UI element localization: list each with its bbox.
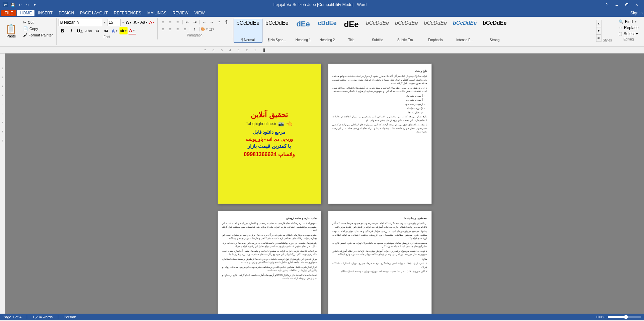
align-left-button[interactable]: ≡ (160, 26, 166, 32)
borders-button[interactable]: □▼ (209, 26, 215, 32)
ad-arrow-icon: 👈 (286, 121, 293, 127)
page4-para1: در پایان این پژوهش می‌توان نتیجه گرفت که… (332, 222, 427, 229)
decrease-indent-button[interactable]: ⇤ (184, 19, 191, 25)
font-size-input[interactable] (107, 19, 120, 26)
references-menu[interactable]: REFERENCES (111, 10, 144, 16)
pages-container: تحقیق آنلاین Tahghighonline.ir 📷 👈 مرجع … (218, 64, 432, 304)
page2-list2: • آزمون فرضیه دوم (332, 98, 427, 102)
cut-button[interactable]: ✂ Cut (21, 19, 55, 25)
superscript-button[interactable]: x2 (102, 27, 110, 34)
page-3[interactable]: مبانی نظری و پیشینه پژوهش مفهوم لجاجت در… (218, 211, 321, 314)
ad-content: تحقیق آنلاین Tahghighonline.ir 📷 👈 مرجع … (218, 64, 321, 204)
show-marks-button[interactable]: ¶ (223, 19, 230, 25)
paste-icon: 📋 (5, 25, 17, 34)
help-button[interactable]: ? (602, 1, 611, 8)
replace-button[interactable]: ↔ Replace (617, 25, 641, 31)
decrease-font-button[interactable]: A▼ (133, 19, 140, 26)
paste-button[interactable]: 📋 Paste (3, 19, 20, 44)
style-subtle-em[interactable]: bCcDdEe Subtle Em... (392, 19, 421, 43)
center-button[interactable]: ≡ (167, 26, 174, 32)
increase-indent-button[interactable]: ⇥ (191, 19, 198, 25)
line-spacing-button[interactable]: ↕ (191, 26, 198, 32)
page-4[interactable]: نتیجه‌گیری و پیشنهادها در پایان این پژوه… (328, 211, 432, 314)
style-heading2[interactable]: cDdEe Heading 2 (315, 19, 340, 43)
style-title-preview: dEe (344, 20, 359, 29)
highlight-button[interactable]: ab▼ (119, 27, 128, 34)
copy-button[interactable]: 📄 Copy (21, 26, 55, 32)
redo-button[interactable]: ↪ (24, 1, 31, 8)
review-menu[interactable]: REVIEW (170, 10, 191, 16)
undo-button[interactable]: ↩ (17, 1, 23, 8)
page-layout-menu[interactable]: PAGE LAYOUT (77, 10, 110, 16)
bullets-button[interactable]: ≡ (160, 19, 166, 25)
customize-qa-button[interactable]: ▼ (31, 1, 38, 8)
underline-button[interactable]: U▼ (76, 27, 84, 34)
style-strong[interactable]: bCcDdEe Strong (480, 19, 509, 43)
justify-button[interactable]: ≡ (182, 26, 188, 32)
subscript-button[interactable]: x2 (93, 27, 101, 34)
strikethrough-button[interactable]: abc (85, 27, 93, 34)
home-menu[interactable]: HOME (17, 10, 34, 16)
design-menu[interactable]: DESIGN (56, 10, 77, 16)
multilevel-button[interactable]: ≡ (174, 19, 181, 25)
style-no-spacing[interactable]: bCcDdEe ¶ No Spac... (262, 19, 291, 43)
insert-menu[interactable]: INSERT (35, 10, 55, 16)
zoom-handle[interactable] (624, 315, 628, 319)
gallery-scroll-down[interactable]: ▼ (596, 27, 601, 34)
document-canvas[interactable]: تحقیق آنلاین Tahghighonline.ir 📷 👈 مرجع … (5, 54, 644, 314)
page-2[interactable]: نتایج و بحث فرایند دیالوگی پیش از اینکه … (328, 64, 432, 204)
view-menu[interactable]: VIEW (192, 10, 208, 16)
style-intense-em-preview: bCcDdEe (453, 20, 477, 26)
minimize-button[interactable]: 🗕 (612, 1, 621, 8)
ruler-tab-stop[interactable] (263, 48, 265, 52)
ad-formats-text: ورد-پی دی اف - پاورپوینت (246, 137, 293, 142)
style-intense-em[interactable]: bCcDdEe Intense E... (450, 19, 480, 43)
style-subtitle[interactable]: bCcDdEe Subtitle (363, 19, 392, 43)
horizontal-ruler: 7 6 5 4 3 2 1 (0, 47, 644, 54)
font-size-dropdown[interactable]: ▼ (122, 21, 125, 24)
select-button[interactable]: ⬚ Select ▾ (617, 31, 641, 37)
file-menu[interactable]: FILE (1, 10, 16, 16)
style-title[interactable]: dEe Title (340, 19, 363, 43)
find-dropdown[interactable]: ▼ (634, 20, 637, 23)
page3-para4: در ادبیات کلاسیک فارسی نیز به کرات به مض… (222, 249, 317, 256)
maximize-button[interactable]: 🗗 (622, 1, 631, 8)
numbering-button[interactable]: ≡ (167, 19, 174, 25)
font-color-button[interactable]: A▼ (128, 27, 136, 34)
italic-button[interactable]: I (67, 27, 75, 34)
bold-button[interactable]: B (59, 27, 67, 34)
style-heading1[interactable]: dEe Heading 1 (292, 19, 315, 43)
font-name-dropdown[interactable]: ▼ (103, 21, 106, 24)
shading-button[interactable]: 🎨▼ (201, 26, 208, 32)
style-emphasis[interactable]: bCcDdEe Emphasis (421, 19, 450, 43)
format-painter-button[interactable]: 🖌 Format Painter (21, 32, 55, 38)
change-case-button[interactable]: Aa▼ (141, 19, 148, 26)
save-button[interactable]: 💾 (9, 1, 16, 8)
clear-format-button[interactable]: A✕ (149, 19, 155, 26)
mailings-menu[interactable]: MAILINGS (145, 10, 169, 16)
zoom-slider[interactable] (608, 316, 641, 318)
ltr-button[interactable]: ← (201, 19, 208, 25)
font-name-input[interactable] (59, 19, 102, 26)
increase-font-button[interactable]: A▲ (126, 19, 132, 26)
sort-button[interactable]: ↕ (216, 19, 223, 25)
sign-in-button[interactable]: Sign in (630, 11, 643, 15)
language-indicator: Persian (64, 315, 76, 319)
rtl-button[interactable]: → (209, 19, 215, 25)
page-1[interactable]: تحقیق آنلاین Tahghighonline.ir 📷 👈 مرجع … (218, 64, 321, 204)
align-right-button[interactable]: ≡ (174, 26, 181, 32)
text-effects-button[interactable]: A▼ (111, 27, 119, 34)
style-no-spacing-preview: bCcDdEe (265, 20, 288, 26)
page3-para6: ابزار اندازه‌گیری شامل مقیاس لجاجت کلی و… (222, 265, 317, 273)
gallery-scroll-up[interactable]: ▲ (596, 20, 601, 27)
ruler-mark-5: 5 (221, 48, 223, 52)
page2-para2: در این پژوهش به بررسی رابطه میان لجاجت و… (332, 86, 427, 93)
close-button[interactable]: ✕ (632, 1, 641, 8)
workspace: 1 2 3 4 5 6 7 8 9 تحقیق آنلاین Tahghigho… (0, 54, 644, 314)
find-button[interactable]: 🔍 Find ▼ (617, 19, 641, 25)
style-normal[interactable]: bCcDdEe ¶ Normal (234, 19, 262, 43)
vruler-8: 8 (2, 130, 3, 133)
font-row2: B I U▼ abc x2 x2 A▼ ab▼ A▼ (59, 27, 155, 34)
page3-content: مبانی نظری و پیشینه پژوهش مفهوم لجاجت در… (218, 211, 321, 314)
gallery-more[interactable]: ⊞ (596, 34, 601, 42)
